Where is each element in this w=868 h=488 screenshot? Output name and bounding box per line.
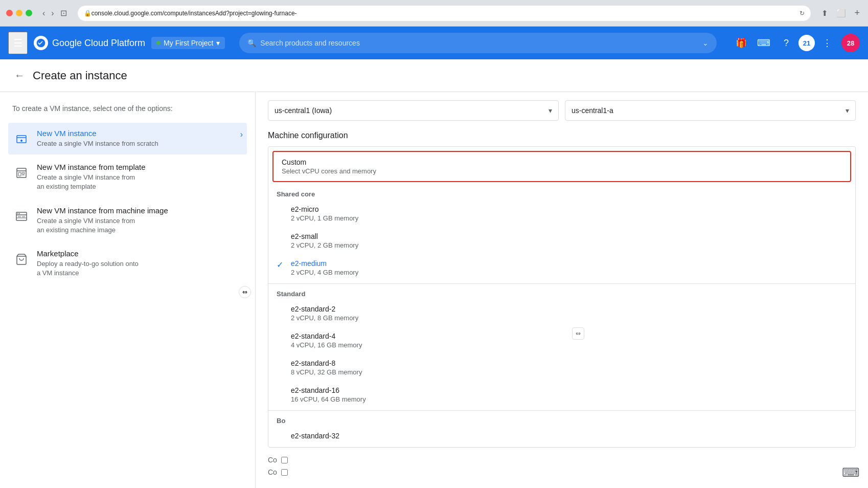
new-vm-template-title: New VM instance from template (37, 163, 243, 171)
address-text: console.cloud.google.com/compute/instanc… (92, 10, 297, 17)
machine-option-e2-standard-16[interactable]: ✓ e2-standard-16 16 vCPU, 64 GB memory (268, 381, 855, 408)
machine-option-e2-standard-4[interactable]: ✓ e2-standard-4 4 vCPU, 16 GB memory (268, 327, 855, 354)
checkbox-co2[interactable] (281, 469, 288, 476)
main-content: To create a VM instance, select one of t… (0, 92, 868, 488)
e2-medium-name: e2-medium (291, 259, 358, 268)
marketplace-title: Marketplace (37, 249, 243, 258)
reload-icon[interactable]: ↻ (800, 10, 805, 17)
svg-rect-15 (18, 216, 21, 217)
new-vm-desc: Create a single VM instance from scratch (37, 139, 236, 148)
e2-standard-4-content: e2-standard-4 4 vCPU, 16 GB memory (291, 332, 362, 349)
e2-standard-16-specs: 16 vCPU, 64 GB memory (291, 395, 366, 403)
search-icon: 🔍 (247, 39, 256, 47)
e2-small-name: e2-small (291, 232, 358, 240)
e2-standard-2-specs: 2 vCPU, 8 GB memory (291, 314, 358, 322)
panel-expand-button[interactable]: ⇔ (572, 327, 584, 340)
sidebar-collapse-button[interactable]: ⇔ (239, 286, 251, 298)
search-placeholder: Search products and resources (260, 39, 360, 47)
search-bar[interactable]: 🔍 Search products and resources ⌄ (239, 33, 717, 53)
traffic-yellow[interactable] (16, 10, 22, 16)
new-vm-machine-image-desc: Create a single VM instance froman exist… (37, 216, 243, 235)
region-value: us-central1 (Iowa) (275, 106, 332, 115)
machine-config-dropdown: Custom Select vCPU cores and memory Shar… (268, 146, 856, 448)
e2-standard-16-content: e2-standard-16 16 vCPU, 64 GB memory (291, 386, 366, 403)
project-selector[interactable]: My First Project ▾ (151, 37, 225, 49)
region-row: us-central1 (Iowa) ▾ us-central1-a ▾ (268, 100, 856, 121)
marketplace-desc: Deploy a ready-to-go solution ontoa VM i… (37, 259, 243, 278)
standard-label: Standard (268, 286, 855, 300)
share-button[interactable]: ⬆ (819, 7, 830, 20)
co1-label: Co (268, 456, 277, 464)
e2-medium-check: ✓ (277, 260, 287, 270)
e2-standard-4-name: e2-standard-4 (291, 332, 362, 340)
checkbox-co1[interactable] (281, 457, 288, 463)
boosted-label: Bo (268, 413, 855, 427)
sidebar-item-new-vm[interactable]: New VM instance Create a single VM insta… (8, 123, 247, 154)
nav-icons: 🎁 ⌨ ? 21 ⋮ 28 (731, 33, 860, 53)
machine-option-custom[interactable]: Custom Select vCPU cores and memory (272, 151, 851, 182)
machine-option-e2-medium[interactable]: ✓ e2-medium 2 vCPU, 4 GB memory (268, 254, 855, 281)
gift-icon-button[interactable]: 🎁 (731, 33, 751, 53)
right-panel: us-central1 (Iowa) ▾ us-central1-a ▾ Mac… (256, 92, 868, 488)
svg-rect-16 (22, 216, 25, 217)
machine-option-e2-standard-2[interactable]: ✓ e2-standard-2 2 vCPU, 8 GB memory (268, 300, 855, 327)
e2-standard-32-content: e2-standard-32 (291, 432, 339, 441)
machine-option-e2-micro[interactable]: ✓ e2-micro 2 vCPU, 1 GB memory (268, 200, 855, 227)
sidebar-item-new-vm-template[interactable]: New VM instance from template Create a s… (8, 157, 247, 197)
sidebar-toggle[interactable]: ⊡ (58, 6, 69, 20)
svg-rect-7 (18, 172, 21, 176)
terminal-icon-button[interactable]: ⌨ (753, 33, 774, 53)
e2-standard-2-content: e2-standard-2 2 vCPU, 8 GB memory (291, 305, 358, 322)
new-tab-button[interactable]: + (852, 6, 862, 20)
project-status-dot (156, 41, 161, 45)
marketplace-content: Marketplace Deploy a ready-to-go solutio… (37, 249, 243, 278)
zone-select[interactable]: us-central1-a ▾ (565, 100, 856, 121)
help-icon-button[interactable]: ? (776, 33, 796, 53)
new-vm-template-icon (12, 164, 31, 182)
extensions-button[interactable]: ⬜ (834, 7, 848, 20)
hamburger-menu[interactable]: ☰ (8, 32, 28, 54)
traffic-green[interactable] (26, 10, 32, 16)
address-bar[interactable]: 🔒 console.cloud.google.com/compute/insta… (77, 5, 812, 21)
checkbox-co2-row: Co (268, 468, 856, 476)
traffic-red[interactable] (6, 10, 13, 16)
machine-option-e2-standard-32[interactable]: ✓ e2-standard-32 (268, 427, 855, 447)
browser-nav: ‹ › ⊡ (40, 6, 69, 20)
sidebar-item-new-vm-machine-image[interactable]: New VM instance from machine image Creat… (8, 200, 247, 241)
e2-standard-8-name: e2-standard-8 (291, 359, 362, 367)
e2-medium-content: e2-medium 2 vCPU, 4 GB memory (291, 259, 358, 276)
back-navigation-button[interactable]: ← (12, 68, 27, 83)
back-button[interactable]: ‹ (40, 6, 47, 20)
region-dropdown-icon: ▾ (549, 106, 552, 115)
region-select[interactable]: us-central1 (Iowa) ▾ (268, 100, 559, 121)
machine-divider-2 (268, 410, 855, 411)
user-avatar[interactable]: 28 (841, 34, 860, 52)
e2-standard-8-specs: 8 vCPU, 32 GB memory (291, 368, 362, 376)
new-vm-arrow: › (240, 130, 243, 139)
more-options-button[interactable]: ⋮ (817, 33, 837, 53)
notification-badge[interactable]: 21 (798, 35, 815, 51)
search-expand-icon: ⌄ (702, 39, 709, 47)
custom-desc: Select vCPU cores and memory (282, 167, 842, 175)
machine-option-e2-small[interactable]: ✓ e2-small 2 vCPU, 2 GB memory (268, 227, 855, 254)
machine-config-title: Machine configuration (268, 131, 856, 140)
checkbox-co1-row: Co (268, 456, 856, 464)
new-vm-title: New VM instance (37, 129, 236, 138)
machine-option-e2-standard-8[interactable]: ✓ e2-standard-8 8 vCPU, 32 GB memory (268, 354, 855, 381)
lock-icon: 🔒 (84, 10, 92, 17)
sidebar-intro: To create a VM instance, select one of t… (8, 104, 247, 113)
svg-point-13 (17, 213, 18, 214)
sidebar-item-marketplace[interactable]: Marketplace Deploy a ready-to-go solutio… (8, 243, 247, 284)
browser-chrome: ‹ › ⊡ 🔒 console.cloud.google.com/compute… (0, 0, 868, 27)
gcp-logo-icon (34, 36, 48, 50)
forward-button[interactable]: › (49, 6, 56, 20)
project-name: My First Project (164, 39, 213, 47)
app-name-text: Google Cloud Platform (52, 38, 145, 49)
keyboard-icon-button[interactable]: ⌨ (842, 465, 860, 480)
sidebar-edge: ⇔ (8, 286, 247, 306)
svg-point-14 (19, 213, 20, 214)
e2-standard-2-name: e2-standard-2 (291, 305, 358, 313)
svg-rect-8 (22, 172, 25, 174)
page-header: ← Create an instance (0, 59, 868, 92)
e2-micro-content: e2-micro 2 vCPU, 1 GB memory (291, 205, 358, 222)
